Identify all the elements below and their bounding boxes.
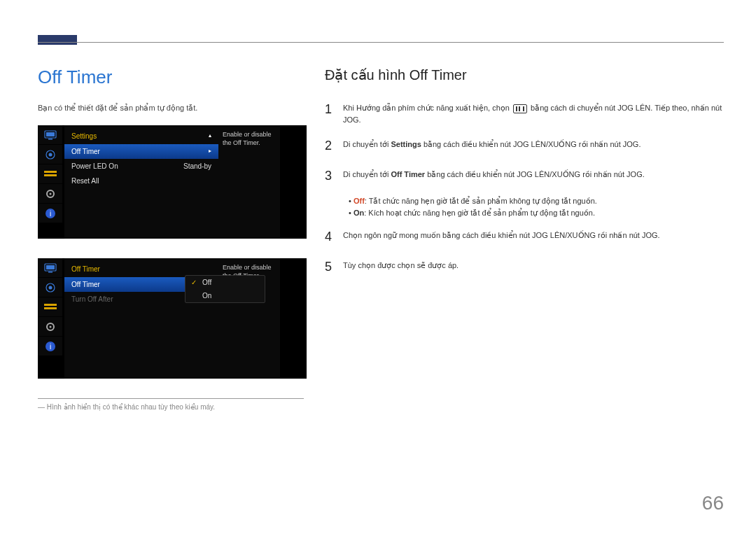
osd-offtimer: i Off Timer Off Timer Turn Off After Ena… bbox=[38, 258, 307, 379]
step-number: 4 bbox=[325, 227, 335, 246]
svg-point-15 bbox=[48, 286, 52, 289]
step-number: 5 bbox=[325, 258, 335, 276]
page-number: 66 bbox=[702, 492, 724, 514]
monitor-icon bbox=[44, 130, 57, 140]
osd-popup-option-on[interactable]: On bbox=[186, 289, 265, 302]
svg-point-19 bbox=[49, 325, 51, 328]
chevron-right-icon: ▸ bbox=[209, 148, 211, 155]
svg-rect-5 bbox=[44, 171, 57, 173]
menu-key-icon bbox=[513, 104, 527, 113]
bullet-list: Off: Tắt chức năng hẹn giờ tắt để sản ph… bbox=[349, 197, 724, 218]
up-arrow-icon: ▴ bbox=[209, 132, 211, 140]
footnote-text: ― Hình ảnh hiển thị có thể khác nhau tùy… bbox=[38, 403, 318, 411]
svg-point-8 bbox=[49, 192, 51, 195]
osd-tab-display[interactable] bbox=[38, 297, 62, 317]
section-title-left: Off Timer bbox=[38, 66, 318, 88]
step-1: 1 Khi Hướng dẫn phím chức năng xuất hiện… bbox=[325, 100, 724, 125]
osd-menu: Settings ▴ Off Timer ▸ Power LED On Stan… bbox=[64, 125, 218, 239]
svg-text:i: i bbox=[49, 343, 50, 351]
target-icon bbox=[45, 149, 56, 160]
step-number: 3 bbox=[325, 167, 335, 185]
step-4: 4 Chọn ngôn ngữ mong muốn bằng cách điều… bbox=[325, 227, 724, 246]
svg-point-4 bbox=[48, 153, 52, 156]
step-3: 3 Di chuyển tới Off Timer bằng cách điều… bbox=[325, 167, 724, 185]
step-text: Chọn ngôn ngữ mong muốn bằng cách điều k… bbox=[343, 227, 724, 246]
osd-popup: ✓ Off On bbox=[185, 275, 265, 303]
svg-text:i: i bbox=[49, 210, 50, 218]
osd-settings: i Settings ▴ Off Timer ▸ Power LED On St… bbox=[38, 125, 307, 239]
step-2: 2 Di chuyển tới Settings bằng cách điều … bbox=[325, 136, 724, 155]
bullet-on: On: Kích hoạt chức năng hẹn giờ tắt để s… bbox=[349, 209, 724, 218]
osd-tab-info[interactable]: i bbox=[38, 204, 62, 223]
osd-tab-info[interactable]: i bbox=[38, 337, 62, 356]
step-text: Tùy chọn được chọn sẽ được áp. bbox=[343, 258, 724, 276]
osd-row-value: Stand-by bbox=[183, 162, 211, 170]
bullet-off: Off: Tắt chức năng hẹn giờ tắt để sản ph… bbox=[349, 197, 724, 206]
osd-menu-title: Off Timer bbox=[71, 265, 100, 273]
info-icon: i bbox=[45, 208, 56, 219]
step-5: 5 Tùy chọn được chọn sẽ được áp. bbox=[325, 258, 724, 276]
osd-tab-settings[interactable] bbox=[38, 317, 62, 337]
osd-menu-header: Settings ▴ bbox=[64, 129, 218, 144]
target-icon bbox=[45, 282, 56, 293]
step-text: Di chuyển tới Off Timer bằng cách điều k… bbox=[343, 167, 724, 185]
svg-rect-1 bbox=[46, 132, 55, 136]
gear-icon bbox=[45, 321, 56, 332]
osd-row-resetall[interactable]: Reset All bbox=[64, 174, 218, 188]
step-number: 1 bbox=[325, 100, 335, 125]
osd-row-label: Reset All bbox=[71, 177, 99, 185]
step-number: 2 bbox=[325, 136, 335, 155]
osd-tab-display[interactable] bbox=[38, 164, 62, 184]
svg-rect-2 bbox=[48, 139, 52, 140]
osd-tab-picture[interactable] bbox=[38, 125, 62, 145]
header-accent bbox=[38, 35, 77, 45]
monitor-icon bbox=[44, 263, 57, 273]
section-title-right: Đặt cấu hình Off Timer bbox=[325, 66, 724, 83]
osd-row-label: Off Timer bbox=[71, 281, 100, 288]
footnote-rule bbox=[38, 398, 304, 399]
step-text: Di chuyển tới Settings bằng cách điều kh… bbox=[343, 136, 724, 155]
osd-tab-color[interactable] bbox=[38, 278, 62, 297]
step-text: Khi Hướng dẫn phím chức năng xuất hiện, … bbox=[343, 100, 724, 125]
intro-text: Bạn có thể thiết đặt để sản phẩm tự động… bbox=[38, 104, 318, 113]
header-rule bbox=[38, 42, 724, 43]
svg-rect-16 bbox=[44, 304, 57, 306]
steps-list: 1 Khi Hướng dẫn phím chức năng xuất hiện… bbox=[325, 100, 724, 276]
slider-icon bbox=[44, 303, 57, 311]
osd-tab-picture[interactable] bbox=[38, 258, 62, 278]
svg-rect-6 bbox=[44, 174, 57, 176]
osd-popup-option-off[interactable]: ✓ Off bbox=[186, 276, 265, 289]
osd-menu-title: Settings bbox=[71, 132, 97, 140]
info-icon: i bbox=[45, 341, 56, 352]
slider-icon bbox=[44, 170, 57, 178]
svg-rect-12 bbox=[46, 265, 55, 269]
svg-rect-13 bbox=[48, 272, 52, 273]
check-icon: ✓ bbox=[191, 279, 198, 286]
gear-icon bbox=[45, 188, 56, 199]
osd-tab-strip: i bbox=[38, 258, 62, 379]
osd-help-text: Enable or disable the Off Timer. bbox=[218, 125, 280, 239]
osd-row-offtimer[interactable]: Off Timer ▸ bbox=[64, 144, 218, 159]
osd-row-label: Power LED On bbox=[71, 162, 118, 170]
osd-row-label: Off Timer bbox=[71, 148, 100, 155]
osd-tab-color[interactable] bbox=[38, 145, 62, 164]
osd-popup-label: On bbox=[202, 292, 211, 300]
svg-rect-17 bbox=[44, 307, 57, 309]
osd-tab-settings[interactable] bbox=[38, 184, 62, 204]
osd-row-label: Turn Off After bbox=[71, 295, 113, 303]
osd-popup-label: Off bbox=[202, 279, 211, 286]
osd-row-powerled[interactable]: Power LED On Stand-by bbox=[64, 159, 218, 174]
osd-tab-strip: i bbox=[38, 125, 62, 239]
